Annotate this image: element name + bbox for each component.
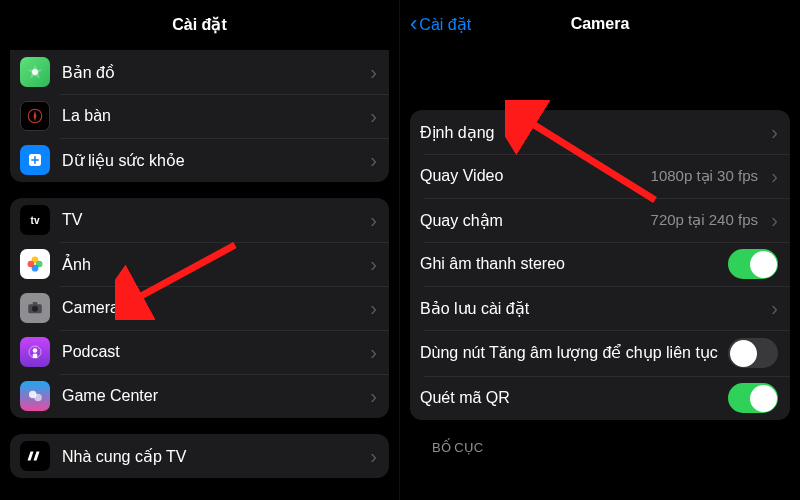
row-tvprovider[interactable]: Nhà cung cấp TV › — [10, 434, 389, 478]
settings-list-panel: Cài đặt Bản đồ › La bàn › — [0, 0, 400, 500]
chevron-right-icon: › — [764, 209, 778, 232]
photos-icon — [20, 249, 50, 279]
svg-rect-4 — [31, 159, 39, 161]
row-format[interactable]: Định dạng › — [410, 110, 790, 154]
svg-rect-11 — [33, 302, 38, 305]
row-label: Podcast — [62, 343, 363, 361]
chevron-right-icon: › — [764, 165, 778, 188]
tvprovider-icon — [20, 441, 50, 471]
camera-icon — [20, 293, 50, 323]
podcast-icon — [20, 337, 50, 367]
chevron-right-icon: › — [363, 445, 377, 468]
row-stereo[interactable]: Ghi âm thanh stereo — [410, 242, 790, 286]
row-scan-qr[interactable]: Quét mã QR — [410, 376, 790, 420]
compass-icon — [20, 101, 50, 131]
row-label: Camera — [62, 299, 363, 317]
row-label: Game Center — [62, 387, 363, 405]
row-label: Quay Video — [420, 167, 651, 185]
chevron-right-icon: › — [764, 121, 778, 144]
row-label: Quét mã QR — [420, 389, 728, 407]
row-label: Ảnh — [62, 255, 363, 274]
row-label: Nhà cung cấp TV — [62, 447, 363, 466]
row-value: 720p tại 240 fps — [651, 211, 758, 229]
row-podcast[interactable]: Podcast › — [10, 330, 389, 374]
left-header: Cài đặt — [0, 0, 399, 48]
row-label: Dữ liệu sức khỏe — [62, 151, 363, 170]
chevron-right-icon: › — [363, 297, 377, 320]
toggle-volume-burst[interactable] — [728, 338, 778, 368]
settings-group-3: Nhà cung cấp TV › — [10, 434, 389, 478]
row-label: La bàn — [62, 107, 363, 125]
toggle-stereo[interactable] — [728, 249, 778, 279]
gamecenter-icon — [20, 381, 50, 411]
chevron-right-icon: › — [363, 61, 377, 84]
svg-point-15 — [34, 394, 42, 402]
maps-icon — [20, 57, 50, 87]
row-label: Ghi âm thanh stereo — [420, 255, 728, 273]
right-header: ‹ Cài đặt Camera — [400, 0, 800, 48]
row-value: 1080p tại 30 fps — [651, 167, 758, 185]
camera-group: Định dạng › Quay Video 1080p tại 30 fps … — [410, 110, 790, 420]
chevron-right-icon: › — [363, 149, 377, 172]
row-label: Bảo lưu cài đặt — [420, 299, 764, 318]
row-camera[interactable]: Camera › — [10, 286, 389, 330]
left-title: Cài đặt — [0, 15, 399, 34]
tv-icon: tv — [20, 205, 50, 235]
row-maps[interactable]: Bản đồ › — [10, 50, 389, 94]
chevron-left-icon: ‹ — [410, 11, 417, 37]
back-button[interactable]: ‹ Cài đặt — [410, 11, 471, 37]
svg-point-8 — [28, 261, 35, 268]
svg-point-12 — [33, 348, 38, 353]
row-label: Bản đồ — [62, 63, 363, 82]
svg-point-10 — [32, 306, 38, 312]
row-health[interactable]: Dữ liệu sức khỏe › — [10, 138, 389, 182]
section-label-layout: BỐ CỤC — [432, 440, 790, 455]
settings-group-2: tv TV › Ảnh › — [10, 198, 389, 418]
row-label: Quay chậm — [420, 211, 651, 230]
chevron-right-icon: › — [363, 253, 377, 276]
row-label: TV — [62, 211, 363, 229]
chevron-right-icon: › — [764, 297, 778, 320]
chevron-right-icon: › — [363, 385, 377, 408]
row-compass[interactable]: La bàn › — [10, 94, 389, 138]
row-record-video[interactable]: Quay Video 1080p tại 30 fps › — [410, 154, 790, 198]
chevron-right-icon: › — [363, 341, 377, 364]
back-label: Cài đặt — [419, 15, 471, 34]
camera-settings-panel: ‹ Cài đặt Camera Định dạng › Quay Video … — [400, 0, 800, 500]
health-icon — [20, 145, 50, 175]
toggle-scan-qr[interactable] — [728, 383, 778, 413]
chevron-right-icon: › — [363, 105, 377, 128]
left-scroll[interactable]: Bản đồ › La bàn › Dữ liệu sức khỏe › — [0, 50, 399, 488]
row-volume-burst[interactable]: Dùng nút Tăng âm lượng để chụp liên tục — [410, 330, 790, 376]
row-tv[interactable]: tv TV › — [10, 198, 389, 242]
svg-point-0 — [32, 69, 38, 75]
row-photos[interactable]: Ảnh › — [10, 242, 389, 286]
row-label: Dùng nút Tăng âm lượng để chụp liên tục — [420, 343, 728, 363]
right-scroll[interactable]: Định dạng › Quay Video 1080p tại 30 fps … — [400, 48, 800, 465]
row-label: Định dạng — [420, 123, 764, 142]
row-preserve[interactable]: Bảo lưu cài đặt › — [410, 286, 790, 330]
row-slomo[interactable]: Quay chậm 720p tại 240 fps › — [410, 198, 790, 242]
chevron-right-icon: › — [363, 209, 377, 232]
settings-group-1: Bản đồ › La bàn › Dữ liệu sức khỏe › — [10, 50, 389, 182]
row-gamecenter[interactable]: Game Center › — [10, 374, 389, 418]
